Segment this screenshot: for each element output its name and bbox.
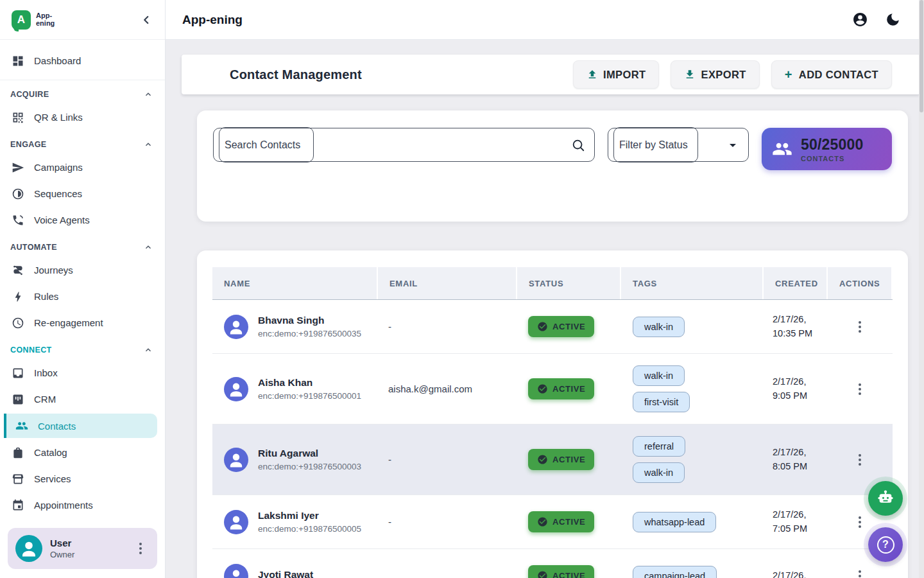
sequences-icon [12, 188, 24, 200]
download-icon [684, 69, 696, 80]
sidebar: A App- ening Dashboard ACQUIRE QR & Link… [0, 0, 166, 578]
column-header-status: STATUS [517, 267, 621, 299]
contact-avatar [224, 377, 248, 401]
status-badge[interactable]: ACTIVE [528, 565, 594, 578]
check-circle-icon [537, 454, 548, 465]
column-header-email: EMAIL [378, 267, 517, 299]
route-icon [12, 264, 24, 277]
sidebar-item-crm[interactable]: CRM [0, 386, 165, 412]
sidebar-item-re-engagement[interactable]: Re-engagement [0, 310, 165, 336]
sidebar-footer: User Owner [0, 520, 165, 578]
status-badge[interactable]: ACTIVE [528, 511, 594, 532]
contact-phone: enc:demo:+919876500001 [258, 391, 361, 401]
status-badge[interactable]: ACTIVE [528, 449, 594, 470]
created-time: 9:05 PM [773, 389, 828, 403]
contact-phone: enc:demo:+919876500035 [258, 329, 361, 338]
user-menu-button[interactable] [139, 543, 150, 554]
clock-icon [12, 317, 24, 329]
table-row: Bhavna Singh enc:demo:+919876500035 - AC… [212, 300, 893, 354]
bolt-icon [12, 290, 24, 303]
page-title: Contact Management [230, 67, 362, 82]
filter-panel: Filter by Status 50/25000 CONTACTS [197, 110, 908, 222]
section-header-automate[interactable]: AUTOMATE [0, 233, 165, 257]
contact-avatar [224, 510, 248, 534]
upload-icon [586, 69, 598, 80]
contact-name: Bhavna Singh [258, 315, 361, 326]
created-date: 2/17/26, [773, 375, 828, 389]
contacts-count-value: 50/25000 [801, 136, 864, 153]
chevron-up-icon [143, 89, 153, 100]
tag-pill: whatsapp-lead [633, 512, 716, 532]
status-filter-select[interactable]: Filter by Status [608, 128, 749, 162]
import-button[interactable]: IMPORT [573, 60, 660, 89]
plus-icon: + [785, 67, 792, 82]
app-window: A App- ening Dashboard ACQUIRE QR & Link… [0, 0, 924, 578]
created-date: 2/17/26, [773, 569, 828, 578]
sidebar-item-dashboard[interactable]: Dashboard [0, 48, 165, 74]
section-header-engage[interactable]: ENGAGE [0, 130, 165, 154]
tag-pill: walk-in [633, 317, 685, 337]
contact-avatar [224, 448, 248, 472]
sidebar-item-qr-links[interactable]: QR & Links [0, 104, 165, 130]
contact-name: Lakshmi Iyer [258, 510, 361, 521]
row-actions-menu-button[interactable] [859, 570, 861, 578]
search-input-field[interactable] [213, 128, 595, 162]
row-actions-menu-button[interactable] [859, 321, 861, 333]
search-input[interactable] [214, 139, 547, 151]
page-header: Contact Management IMPORT EXPORT + ADD C… [182, 55, 920, 94]
kanban-icon [12, 393, 24, 406]
sidebar-item-campaigns[interactable]: Campaigns [0, 154, 165, 180]
contact-email: aisha.k@gmail.com [378, 383, 517, 394]
scrollbar-thumb[interactable] [920, 0, 923, 112]
inbox-icon [12, 367, 24, 380]
row-actions-menu-button[interactable] [859, 383, 861, 395]
storefront-icon [12, 473, 24, 486]
sidebar-item-sequences[interactable]: Sequences [0, 180, 165, 207]
column-header-created: CREATED [764, 267, 828, 299]
check-circle-icon [537, 383, 548, 394]
chevron-up-icon [143, 242, 153, 252]
add-contact-button[interactable]: + ADD CONTACT [771, 60, 892, 89]
tag-pill: walk-in [633, 365, 685, 386]
row-actions-menu-button[interactable] [859, 516, 861, 528]
people-icon [15, 419, 28, 432]
column-header-actions: ACTIONS [828, 267, 891, 299]
calendar-icon [12, 499, 24, 512]
sidebar-item-services[interactable]: Services [0, 466, 165, 492]
sidebar-item-rules[interactable]: Rules [0, 283, 165, 310]
shopping-bag-icon [12, 446, 24, 459]
assistant-bot-fab[interactable] [868, 481, 903, 516]
created-date: 2/17/26, [773, 508, 828, 521]
main-area: App-ening Contact Management IMPORT EXPO… [166, 0, 924, 578]
help-fab[interactable]: ? [868, 527, 903, 562]
status-badge[interactable]: ACTIVE [528, 378, 594, 399]
column-header-tags: TAGS [621, 267, 764, 299]
sidebar-item-voice-agents[interactable]: Voice Agents [0, 207, 165, 233]
sidebar-item-inbox[interactable]: Inbox [0, 360, 165, 386]
scrollbar-track [919, 0, 924, 578]
contacts-count-badge: 50/25000 CONTACTS [762, 128, 892, 170]
sidebar-collapse-button[interactable] [139, 13, 153, 27]
sidebar-item-contacts[interactable]: Contacts [4, 414, 157, 438]
sidebar-item-journeys[interactable]: Journeys [0, 257, 165, 283]
section-header-connect[interactable]: CONNECT [0, 336, 165, 360]
check-circle-icon [537, 321, 548, 332]
user-card[interactable]: User Owner [8, 528, 157, 569]
user-role: Owner [50, 550, 74, 559]
account-icon[interactable] [852, 12, 868, 28]
export-button[interactable]: EXPORT [671, 60, 759, 89]
contact-email: - [378, 454, 517, 465]
row-actions-menu-button[interactable] [859, 454, 861, 466]
sidebar-item-label: Dashboard [34, 55, 81, 66]
sidebar-item-catalog[interactable]: Catalog [0, 439, 165, 466]
chevron-up-icon [143, 139, 153, 150]
section-header-acquire[interactable]: ACQUIRE [0, 80, 165, 104]
tag-pill: first-visit [633, 392, 690, 412]
status-badge[interactable]: ACTIVE [528, 316, 594, 337]
table-row: Lakshmi Iyer enc:demo:+919876500005 - AC… [212, 495, 893, 549]
table-row: Jyoti Rawat ACTIVE campaign-lead [212, 549, 893, 578]
sidebar-item-appointments[interactable]: Appointments [0, 492, 165, 518]
people-icon [772, 139, 792, 159]
user-avatar [15, 535, 42, 562]
dark-mode-moon-icon[interactable] [885, 12, 901, 28]
